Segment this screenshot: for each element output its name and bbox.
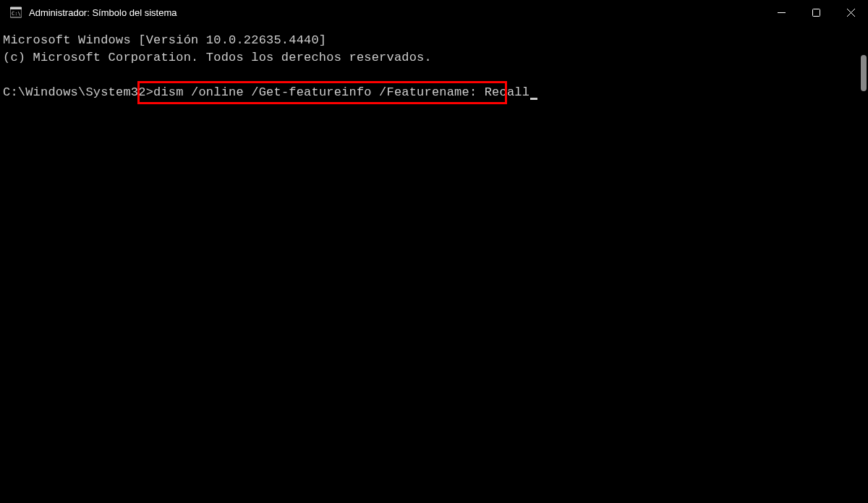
cmd-icon: C:\: [10, 7, 22, 18]
titlebar[interactable]: C:\ Administrador: Símbolo del sistema: [0, 0, 868, 25]
svg-rect-1: [10, 7, 22, 9]
prompt-text: C:\Windows\System32>: [3, 85, 153, 99]
svg-rect-4: [812, 9, 820, 16]
close-button[interactable]: [833, 0, 868, 25]
prompt-line: C:\Windows\System32>dism /online /Get-fe…: [3, 84, 865, 136]
window-title: Administrador: Símbolo del sistema: [29, 7, 176, 18]
maximize-button[interactable]: [799, 0, 833, 25]
minimize-button[interactable]: [764, 0, 799, 25]
cursor-icon: [530, 98, 537, 100]
terminal-content[interactable]: Microsoft Windows [Versión 10.0.22635.44…: [0, 25, 868, 503]
window-controls: [764, 0, 868, 25]
terminal-window: C:\ Administrador: Símbolo del sistema: [0, 0, 868, 503]
output-line-2: (c) Microsoft Corporation. Todos los der…: [3, 49, 865, 67]
titlebar-left: C:\ Administrador: Símbolo del sistema: [10, 7, 176, 18]
output-line-1: Microsoft Windows [Versión 10.0.22635.44…: [3, 32, 865, 49]
svg-text:C:\: C:\: [12, 11, 21, 17]
command-text: dism /online /Get-featureinfo /Featurena…: [153, 85, 529, 99]
